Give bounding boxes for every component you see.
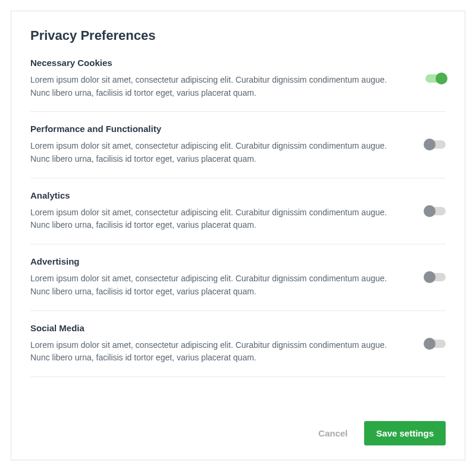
- category-text: Advertising Lorem ipsum dolor sit amet, …: [30, 256, 425, 298]
- category-desc: Lorem ipsum dolor sit amet, consectetur …: [30, 339, 402, 365]
- category-social-media: Social Media Lorem ipsum dolor sit amet,…: [30, 323, 446, 377]
- toggle-thumb: [424, 205, 436, 217]
- save-settings-button[interactable]: Save settings: [364, 421, 446, 445]
- category-analytics: Analytics Lorem ipsum dolor sit amet, co…: [30, 190, 446, 244]
- toggle-thumb: [424, 271, 436, 283]
- category-title: Advertising: [30, 256, 402, 266]
- categories-list: Necessary Cookies Lorem ipsum dolor sit …: [30, 58, 446, 416]
- category-desc: Lorem ipsum dolor sit amet, consectetur …: [30, 140, 402, 165]
- toggle-performance[interactable]: [425, 140, 446, 149]
- toggle-thumb: [424, 338, 436, 350]
- category-title: Social Media: [30, 323, 402, 333]
- category-performance: Performance and Functionality Lorem ipsu…: [30, 124, 446, 178]
- cancel-button[interactable]: Cancel: [306, 421, 359, 445]
- actions-row: Cancel Save settings: [30, 421, 446, 445]
- toggle-thumb: [436, 73, 447, 84]
- category-desc: Lorem ipsum dolor sit amet, consectetur …: [30, 272, 402, 298]
- category-text: Analytics Lorem ipsum dolor sit amet, co…: [30, 190, 425, 232]
- category-text: Performance and Functionality Lorem ipsu…: [30, 124, 425, 165]
- toggle-thumb: [424, 139, 436, 150]
- toggle-advertising[interactable]: [425, 273, 446, 281]
- category-desc: Lorem ipsum dolor sit amet, consectetur …: [30, 74, 402, 99]
- category-title: Performance and Functionality: [30, 124, 402, 134]
- privacy-preferences-panel: Privacy Preferences Necessary Cookies Lo…: [11, 11, 465, 460]
- category-title: Analytics: [30, 190, 402, 200]
- category-title: Necessary Cookies: [30, 58, 402, 68]
- category-desc: Lorem ipsum dolor sit amet, consectetur …: [30, 206, 402, 232]
- page-title: Privacy Preferences: [30, 28, 446, 43]
- category-text: Social Media Lorem ipsum dolor sit amet,…: [30, 323, 425, 365]
- category-advertising: Advertising Lorem ipsum dolor sit amet, …: [30, 256, 446, 310]
- category-text: Necessary Cookies Lorem ipsum dolor sit …: [30, 58, 425, 99]
- toggle-analytics[interactable]: [425, 207, 446, 215]
- toggle-necessary-cookies[interactable]: [425, 74, 446, 83]
- category-necessary-cookies: Necessary Cookies Lorem ipsum dolor sit …: [30, 58, 446, 112]
- toggle-social-media[interactable]: [425, 340, 446, 348]
